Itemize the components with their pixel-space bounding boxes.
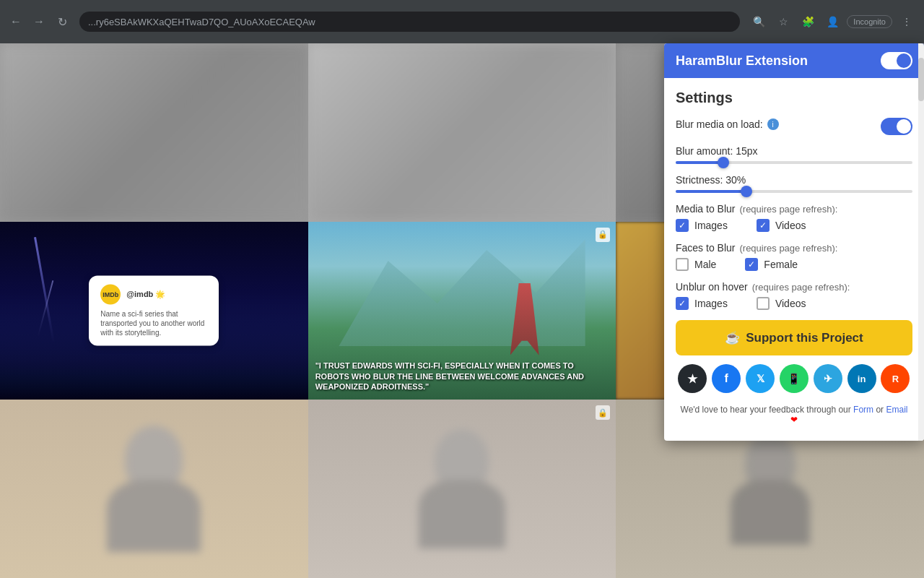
settings-title: Settings: [676, 90, 912, 106]
unblur-images-checkbox-item: ✓ Images: [676, 297, 728, 310]
unblur-videos-checkbox-item: Videos: [757, 297, 806, 310]
blur-on-load-row: Blur media on load: i: [676, 118, 912, 135]
reddit-button[interactable]: R: [881, 364, 910, 393]
strictness-thumb[interactable]: [741, 186, 752, 197]
feed-cell-2-1: IMDb @imdb 🌟 Name a sci-fi series that t…: [0, 222, 308, 400]
popup-main-toggle[interactable]: [881, 52, 912, 69]
popup-body: Settings Blur media on load: i Blur amou…: [664, 78, 924, 441]
tweet-text: Name a sci-fi series that transported yo…: [100, 309, 207, 337]
github-button[interactable]: ★: [678, 364, 707, 393]
unblur-on-hover-label: Unblur on hover (requires page refresh):: [676, 281, 912, 293]
address-text: ...ry6eSBAkWKXaQEHTwaD7QO_AUoAXoECAEQAw: [88, 17, 315, 27]
form-link[interactable]: Form: [853, 405, 876, 415]
videos-checkbox-item: ✓ Videos: [757, 219, 806, 232]
profile-icon-btn[interactable]: 👤: [822, 12, 842, 32]
blur-on-load-toggle-knob: [897, 119, 911, 134]
support-label: Support this Project: [746, 331, 863, 345]
blur-on-load-label-row: Blur media on load: i: [676, 118, 912, 135]
back-button[interactable]: ←: [7, 13, 25, 30]
cell-3-2-lock-icon[interactable]: 🔒: [596, 405, 610, 420]
blur-on-load-label: Blur media on load: i: [676, 118, 779, 130]
forward-button[interactable]: →: [30, 13, 48, 30]
strictness-slider[interactable]: [676, 190, 912, 193]
media-to-blur-label: Media to Blur (requires page refresh):: [676, 203, 912, 215]
unblur-images-label: Images: [694, 298, 728, 309]
unblur-videos-checkbox[interactable]: [757, 297, 770, 310]
support-button[interactable]: ☕ Support this Project: [676, 320, 912, 355]
popup-scrollbar[interactable]: [918, 43, 924, 441]
tweet-username: @imdb 🌟: [126, 290, 165, 299]
extension-icon-btn[interactable]: 🧩: [798, 12, 818, 32]
strictness-label: Strictness: 30%: [676, 174, 912, 186]
twitter-button[interactable]: 𝕏: [746, 364, 775, 393]
unblur-images-checkbox[interactable]: ✓: [676, 297, 689, 310]
whatsapp-button[interactable]: 📱: [780, 364, 808, 393]
email-link[interactable]: Email: [886, 405, 907, 415]
blur-on-load-toggle[interactable]: [881, 118, 912, 135]
telegram-button[interactable]: ✈: [814, 364, 842, 393]
star-icon-btn[interactable]: ☆: [773, 12, 793, 32]
main-content: IMDb @imdb 🌟 Name a sci-fi series that t…: [0, 43, 924, 578]
feedback-text: We'd love to hear your feedback through …: [676, 400, 912, 429]
popup-scrollbar-thumb[interactable]: [918, 58, 924, 101]
videos-label: Videos: [775, 220, 806, 231]
support-icon: ☕: [725, 330, 740, 345]
faces-checkboxes: Male ✓ Female: [676, 258, 912, 271]
faces-to-blur-row: Faces to Blur (requires page refresh): M…: [676, 242, 912, 271]
cell-2-2-lock-icon[interactable]: 🔒: [596, 228, 610, 242]
unblur-on-hover-row: Unblur on hover (requires page refresh):…: [676, 281, 912, 310]
address-bar[interactable]: ...ry6eSBAkWKXaQEHTwaD7QO_AUoAXoECAEQAw: [79, 12, 740, 32]
browser-chrome: ← → ↻ ...ry6eSBAkWKXaQEHTwaD7QO_AUoAXoEC…: [0, 0, 924, 43]
incognito-badge: Incognito: [847, 15, 892, 28]
quote-text: "I TRUST EDWARDS WITH SCI-FI, ESPECIALLY…: [315, 361, 609, 393]
images-checkbox-item: ✓ Images: [676, 219, 728, 232]
media-checkboxes: ✓ Images ✓ Videos: [676, 219, 912, 232]
blur-amount-fill: [676, 161, 723, 164]
male-checkbox[interactable]: [676, 258, 689, 271]
extension-popup: HaramBlur Extension Settings Blur media …: [664, 43, 924, 441]
popup-header: HaramBlur Extension: [664, 43, 924, 78]
strictness-row: Strictness: 30%: [676, 174, 912, 193]
blur-amount-slider[interactable]: [676, 161, 912, 164]
facebook-button[interactable]: f: [712, 364, 741, 393]
heart-icon: ❤: [790, 415, 798, 425]
unblur-videos-label: Videos: [775, 298, 806, 309]
search-icon-btn[interactable]: 🔍: [749, 12, 769, 32]
female-label: Female: [764, 259, 798, 270]
male-label: Male: [694, 259, 716, 270]
unblur-checkboxes: ✓ Images Videos: [676, 297, 912, 310]
strictness-fill: [676, 190, 746, 193]
male-checkbox-item: Male: [676, 258, 716, 271]
female-checkbox-item: ✓ Female: [745, 258, 798, 271]
tweet-avatar: IMDb: [100, 284, 121, 304]
menu-icon-btn[interactable]: ⋮: [897, 12, 917, 32]
feed-cell-1-1: [0, 43, 308, 222]
images-label: Images: [694, 220, 728, 231]
blur-amount-row: Blur amount: 15px: [676, 145, 912, 164]
blur-amount-label: Blur amount: 15px: [676, 145, 912, 157]
images-checkbox[interactable]: ✓: [676, 219, 689, 232]
feed-cell-2-2: 🔒 "I TRUST EDWARDS WITH SCI-FI, ESPECIAL…: [308, 222, 616, 400]
linkedin-button[interactable]: in: [847, 364, 876, 393]
social-icons-row: ★ f 𝕏 📱 ✈ in R: [676, 364, 912, 393]
blur-on-load-info-icon[interactable]: i: [767, 118, 779, 130]
blur-amount-thumb[interactable]: [718, 157, 729, 168]
popup-toggle-knob: [897, 53, 911, 68]
female-checkbox[interactable]: ✓: [745, 258, 758, 271]
videos-checkbox[interactable]: ✓: [757, 219, 770, 232]
refresh-button[interactable]: ↻: [53, 13, 71, 30]
faces-to-blur-label: Faces to Blur (requires page refresh):: [676, 242, 912, 254]
popup-title: HaramBlur Extension: [676, 53, 808, 69]
media-to-blur-row: Media to Blur (requires page refresh): ✓…: [676, 203, 912, 232]
feed-cell-3-2: 🔒: [308, 400, 616, 578]
tweet-card: IMDb @imdb 🌟 Name a sci-fi series that t…: [89, 275, 219, 345]
feed-cell-1-2: [308, 43, 616, 222]
browser-icons: 🔍 ☆ 🧩 👤 Incognito ⋮: [749, 12, 917, 32]
feed-cell-3-1: [0, 400, 308, 578]
